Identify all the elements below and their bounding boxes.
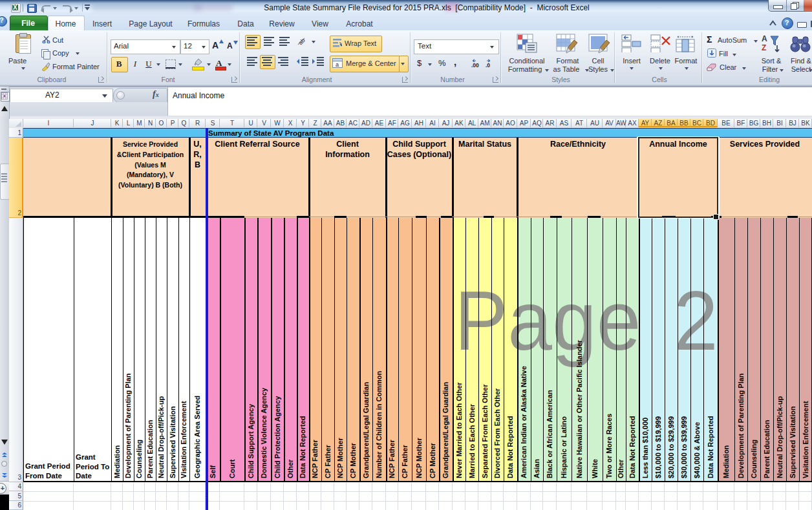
svg-text:A: A bbox=[762, 34, 767, 43]
svg-text:a: a bbox=[336, 61, 339, 68]
svg-text:Z: Z bbox=[762, 43, 766, 52]
svg-text:.0: .0 bbox=[486, 62, 490, 68]
svg-text:.00: .00 bbox=[471, 62, 479, 68]
